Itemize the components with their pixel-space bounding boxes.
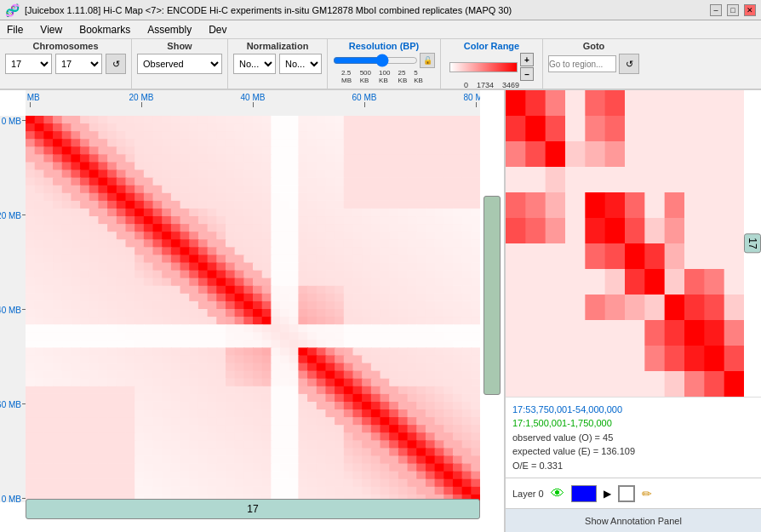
color-max-value: 3469 <box>502 81 519 89</box>
layer-rect-icon[interactable] <box>618 485 635 502</box>
goto-section: Goto ↺ <box>543 39 644 89</box>
goto-refresh-icon[interactable]: ↺ <box>619 54 639 74</box>
menu-file[interactable]: File <box>3 23 26 37</box>
normalization-section: Normalization No... No... <box>228 39 328 89</box>
resolution-slider[interactable] <box>333 54 418 67</box>
resolution-label: Resolution (BP) <box>349 41 420 51</box>
plus-minus-buttons: + – <box>520 53 534 81</box>
menubar: File View Bookmarks Assembly Dev <box>0 20 761 39</box>
res-label-100k: 100 KB <box>379 69 398 84</box>
layer-arrow-icon[interactable]: ▶ <box>604 488 611 500</box>
hic-map-container[interactable]: 17 <box>0 90 504 532</box>
show-controls: Observed <box>137 54 222 74</box>
titlebar-title: [Juicebox 1.11.08] Hi-C Map <7>: ENCODE … <box>25 5 512 15</box>
exp-value-text: expected value (E) = 136.109 <box>512 444 754 459</box>
chromosomes-label: Chromosomes <box>32 41 98 51</box>
show-annotation-panel-button[interactable]: Show Annotation Panel <box>506 508 761 532</box>
left-axis-canvas <box>0 116 26 502</box>
show-select[interactable]: Observed <box>137 54 222 74</box>
color-range-bar <box>449 62 518 72</box>
toolbar: Chromosomes 17 17 ↺ Show Observed Normal… <box>0 39 761 90</box>
coord2-text: 17:1,500,001-1,750,000 <box>512 416 754 431</box>
right-chrom-label: 17 <box>744 233 761 253</box>
normalization-controls: No... No... <box>233 54 322 74</box>
main-content: 17 17 17:53,750,001-54,000,000 17:1,500,… <box>0 90 761 532</box>
coord1-text: 17:53,750,001-54,000,000 <box>512 403 754 417</box>
res-label-5k: 5 KB <box>414 69 426 84</box>
color-range-values: 0 1734 3469 <box>464 81 519 89</box>
goto-label: Goto <box>583 41 605 51</box>
color-range-label: Color Range <box>464 41 519 51</box>
right-hic-map[interactable]: 17 <box>506 90 761 397</box>
left-axis <box>0 116 26 498</box>
hic-canvas[interactable] <box>26 116 480 502</box>
menu-dev[interactable]: Dev <box>205 23 230 37</box>
annotation-btn-label: Show Annotation Panel <box>585 516 682 526</box>
layer-label: Layer 0 <box>512 489 544 499</box>
menu-assembly[interactable]: Assembly <box>144 23 195 37</box>
minimize-button[interactable]: – <box>710 4 722 16</box>
obs-value-text: observed value (O) = 45 <box>512 431 754 445</box>
resolution-slider-container: 🔓 <box>333 53 435 68</box>
res-label-2500k: 2.5 MB <box>341 69 360 84</box>
resolution-section: Resolution (BP) 🔓 2.5 MB 500 KB 100 KB 2… <box>328 39 441 89</box>
app-icon: 🧬 <box>5 3 20 17</box>
norm1-select[interactable]: No... <box>233 54 276 74</box>
titlebar-left: 🧬 [Juicebox 1.11.08] Hi-C Map <7>: ENCOD… <box>5 3 512 17</box>
resolution-scale-labels: 2.5 MB 500 KB 100 KB 25 KB 5 KB <box>341 69 426 84</box>
chromosome-label-tab: 17 <box>26 499 480 519</box>
res-label-500k: 500 KB <box>360 69 379 84</box>
color-range-plus[interactable]: + <box>520 53 534 66</box>
res-label-25k: 25 KB <box>398 69 415 84</box>
right-panel: 17 17:53,750,001-54,000,000 17:1,500,001… <box>506 90 761 532</box>
scroll-thumb[interactable] <box>483 196 501 396</box>
color-min-value: 0 <box>464 81 468 89</box>
chrom-tab-label: 17 <box>247 503 258 515</box>
color-mid-value: 1734 <box>477 81 494 89</box>
sync-icon[interactable]: ↺ <box>106 54 126 74</box>
chromosomes-controls: 17 17 ↺ <box>5 54 126 74</box>
scroll-area[interactable] <box>480 116 504 515</box>
layer-panel: Layer 0 👁 ▶ ✏ <box>506 478 761 508</box>
color-range-minus[interactable]: – <box>520 67 534 81</box>
top-axis <box>26 90 480 116</box>
right-hic-canvas[interactable] <box>506 90 744 397</box>
normalization-label: Normalization <box>247 41 309 51</box>
color-range-section: Color Range + – 0 1734 3469 <box>441 39 543 89</box>
left-panel: 17 <box>0 90 506 532</box>
layer-color-box[interactable] <box>571 485 597 502</box>
norm2-select[interactable]: No... <box>279 54 322 74</box>
titlebar-controls: – □ ✕ <box>710 4 756 16</box>
chrom2-select[interactable]: 17 <box>55 54 102 74</box>
close-button[interactable]: ✕ <box>744 4 756 16</box>
layer-pencil-icon[interactable]: ✏ <box>642 487 652 501</box>
chrom1-select[interactable]: 17 <box>5 54 52 74</box>
titlebar: 🧬 [Juicebox 1.11.08] Hi-C Map <7>: ENCOD… <box>0 0 761 20</box>
layer-eye-icon[interactable]: 👁 <box>551 486 564 501</box>
goto-controls: ↺ <box>548 54 639 74</box>
maximize-button[interactable]: □ <box>727 4 739 16</box>
show-section: Show Observed <box>132 39 228 89</box>
top-axis-canvas <box>26 90 480 116</box>
info-panel: 17:53,750,001-54,000,000 17:1,500,001-1,… <box>506 397 761 478</box>
oe-value-text: O/E = 0.331 <box>512 459 754 473</box>
show-label: Show <box>167 41 192 51</box>
color-range-controls: + – <box>449 53 534 81</box>
menu-view[interactable]: View <box>37 23 66 37</box>
lock-button[interactable]: 🔓 <box>420 53 435 68</box>
menu-bookmarks[interactable]: Bookmarks <box>76 23 134 37</box>
chromosomes-section: Chromosomes 17 17 ↺ <box>0 39 132 89</box>
goto-input[interactable] <box>548 55 616 72</box>
